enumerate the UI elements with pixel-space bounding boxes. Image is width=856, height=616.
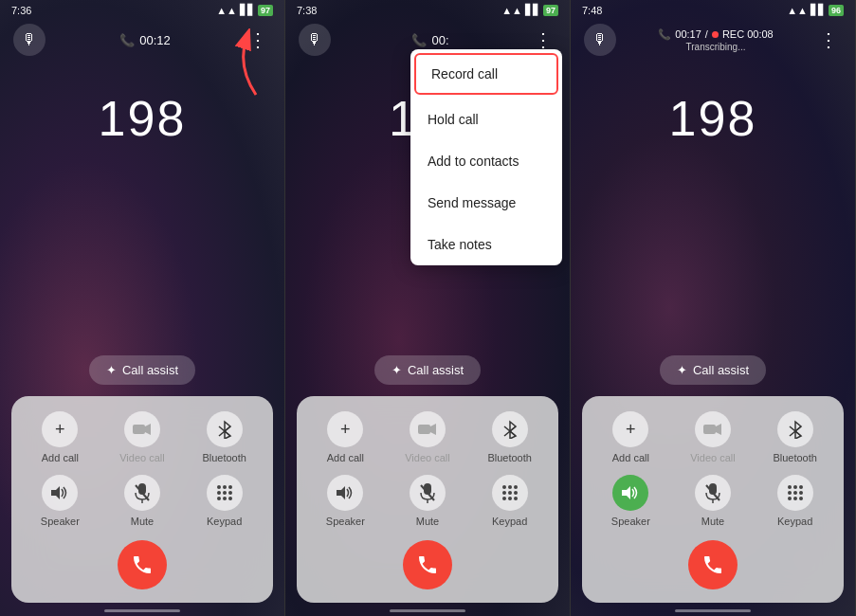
keypad-label-3: Keypad xyxy=(777,516,812,527)
keypad-button-1[interactable]: Keypad xyxy=(185,475,264,527)
call-assist-button-3[interactable]: ✦ Call assist xyxy=(660,355,766,385)
svg-rect-35 xyxy=(703,425,716,434)
status-bar-3: 7:48 ▲▲ ▋▋ 96 xyxy=(571,0,855,18)
add-call-button-1[interactable]: + Add call xyxy=(21,411,100,463)
battery-2: 97 xyxy=(543,5,558,16)
phone-icon-3: 📞 xyxy=(658,28,671,41)
add-call-label-2: Add call xyxy=(327,452,364,463)
svg-point-9 xyxy=(217,485,221,489)
svg-point-12 xyxy=(217,491,221,495)
mute-label-2: Mute xyxy=(416,516,439,527)
svg-point-34 xyxy=(514,497,518,500)
wifi-icon-3: ▲▲ xyxy=(787,5,808,16)
speaker-icon-1 xyxy=(42,475,78,511)
rec-row: 📞 00:17 / REC 00:08 xyxy=(658,28,773,41)
end-call-row-2 xyxy=(306,540,549,589)
video-call-icon-1 xyxy=(124,411,160,447)
end-call-row-3 xyxy=(592,540,834,589)
keypad-icon-1 xyxy=(207,475,243,511)
video-call-icon-3 xyxy=(695,411,731,447)
home-indicator-2 xyxy=(390,609,465,612)
phone-icon-2: 📞 xyxy=(411,33,427,47)
divider: / xyxy=(705,28,708,40)
screen-2: 7:38 ▲▲ ▋▋ 97 🎙 📞 00: ⋮ Record call Hold… xyxy=(285,0,571,616)
svg-marker-39 xyxy=(622,486,630,499)
mute-button-2[interactable]: Mute xyxy=(389,475,467,527)
svg-point-11 xyxy=(228,485,232,489)
end-call-button-2[interactable] xyxy=(403,540,452,589)
speaker-icon-2 xyxy=(327,475,363,511)
add-call-button-2[interactable]: + Add call xyxy=(306,411,385,463)
home-indicator-1 xyxy=(104,609,180,612)
rec-dot xyxy=(712,31,719,38)
svg-marker-22 xyxy=(337,486,345,499)
keypad-button-2[interactable]: Keypad xyxy=(470,475,549,527)
call-assist-button-2[interactable]: ✦ Call assist xyxy=(374,355,481,385)
svg-marker-2 xyxy=(145,424,151,435)
video-call-icon-2 xyxy=(410,411,446,447)
dropdown-menu: Record call Hold call Add to contacts Se… xyxy=(410,49,562,265)
add-call-icon-1: + xyxy=(42,411,78,447)
status-icons-2: ▲▲ ▋▋ 97 xyxy=(501,4,558,16)
mute-button-1[interactable]: Mute xyxy=(103,475,182,527)
keypad-button-3[interactable]: Keypad xyxy=(756,475,834,527)
mic-button-1[interactable]: 🎙 xyxy=(13,24,46,56)
controls-grid-1: + Add call Video call Bluetooth xyxy=(21,411,264,527)
bluetooth-button-2[interactable]: Bluetooth xyxy=(470,411,549,463)
arrow-container xyxy=(218,28,265,108)
svg-point-47 xyxy=(793,491,797,495)
controls-panel-2: + Add call Video call Bluetooth Speaker xyxy=(297,396,558,603)
menu-item-message[interactable]: Send message xyxy=(410,182,562,224)
svg-point-30 xyxy=(508,491,512,495)
add-call-label-1: Add call xyxy=(42,452,79,463)
add-call-label-3: Add call xyxy=(612,452,649,463)
speaker-label-3: Speaker xyxy=(611,516,650,527)
svg-marker-5 xyxy=(51,486,60,499)
end-call-button-1[interactable] xyxy=(118,540,167,589)
call-assist-button-1[interactable]: ✦ Call assist xyxy=(89,355,195,385)
sparkle-icon-3: ✦ xyxy=(677,363,687,377)
more-button-3[interactable]: ⋮ xyxy=(815,25,842,55)
video-call-button-2[interactable]: Video call xyxy=(389,411,467,463)
mute-icon-3 xyxy=(695,475,731,511)
menu-item-record[interactable]: Record call xyxy=(414,53,558,95)
time-3: 7:48 xyxy=(582,5,602,16)
menu-item-hold[interactable]: Hold call xyxy=(410,99,562,140)
svg-point-26 xyxy=(502,485,506,489)
mute-button-3[interactable]: Mute xyxy=(674,475,753,527)
menu-item-notes[interactable]: Take notes xyxy=(410,224,562,265)
svg-point-50 xyxy=(793,497,797,500)
bluetooth-icon-1 xyxy=(207,411,243,447)
screen-3: 7:48 ▲▲ ▋▋ 96 🎙 📞 00:17 / REC 00:08 Tran… xyxy=(571,0,856,616)
speaker-button-1[interactable]: Speaker xyxy=(21,475,100,527)
speaker-button-2[interactable]: Speaker xyxy=(306,475,385,527)
svg-point-31 xyxy=(514,491,518,495)
video-call-button-3[interactable]: Video call xyxy=(674,411,753,463)
call-assist-area-1: ✦ Call assist xyxy=(0,355,284,385)
wifi-icon-2: ▲▲ xyxy=(501,5,522,16)
call-timer-1: 📞 00:12 xyxy=(119,33,171,47)
battery-1: 97 xyxy=(258,5,273,16)
controls-grid-3: + Add call Video call Bluetooth xyxy=(592,411,834,527)
call-assist-area-3: ✦ Call assist xyxy=(571,355,855,385)
end-call-button-3[interactable] xyxy=(688,540,738,589)
status-icons-1: ▲▲ ▋▋ 97 xyxy=(216,4,273,16)
speaker-label-2: Speaker xyxy=(326,516,365,527)
phone-icon-1: 📞 xyxy=(119,33,135,47)
status-bar-1: 7:36 ▲▲ ▋▋ 97 xyxy=(0,0,284,18)
add-call-button-3[interactable]: + Add call xyxy=(592,411,670,463)
bluetooth-icon-3 xyxy=(777,411,813,447)
svg-point-51 xyxy=(799,497,803,500)
bluetooth-button-3[interactable]: Bluetooth xyxy=(756,411,834,463)
video-call-button-1[interactable]: Video call xyxy=(103,411,182,463)
mic-button-2[interactable]: 🎙 xyxy=(299,24,331,56)
keypad-label-2: Keypad xyxy=(492,516,527,527)
svg-point-16 xyxy=(223,497,227,500)
video-call-label-1: Video call xyxy=(119,452,165,463)
home-indicator-3 xyxy=(675,609,751,612)
mic-button-3[interactable]: 🎙 xyxy=(584,24,616,56)
call-header-3: 🎙 📞 00:17 / REC 00:08 Transcribing... ⋮ xyxy=(571,18,855,62)
menu-item-contacts[interactable]: Add to contacts xyxy=(410,140,562,182)
bluetooth-button-1[interactable]: Bluetooth xyxy=(185,411,264,463)
speaker-button-3[interactable]: Speaker xyxy=(592,475,670,527)
